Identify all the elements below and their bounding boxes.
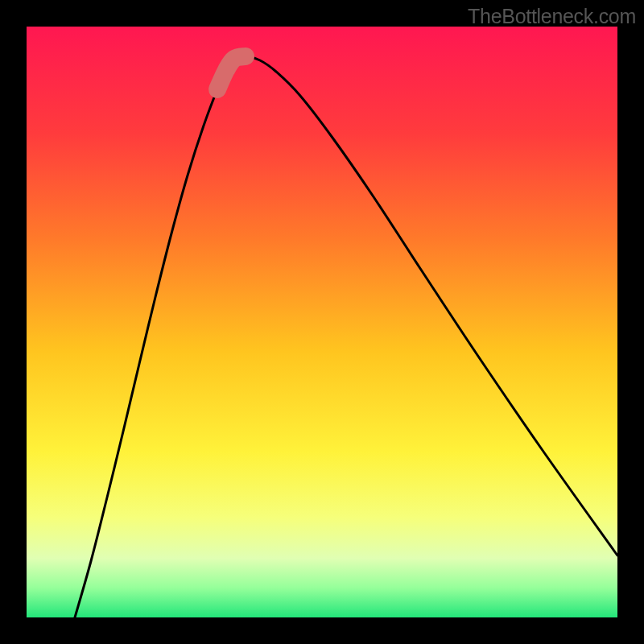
brand-watermark: TheBottleneck.com — [468, 5, 636, 28]
plot-svg — [27, 27, 617, 617]
gradient-background — [27, 27, 617, 617]
plot-area — [27, 27, 617, 617]
chart-frame: TheBottleneck.com — [0, 0, 644, 644]
